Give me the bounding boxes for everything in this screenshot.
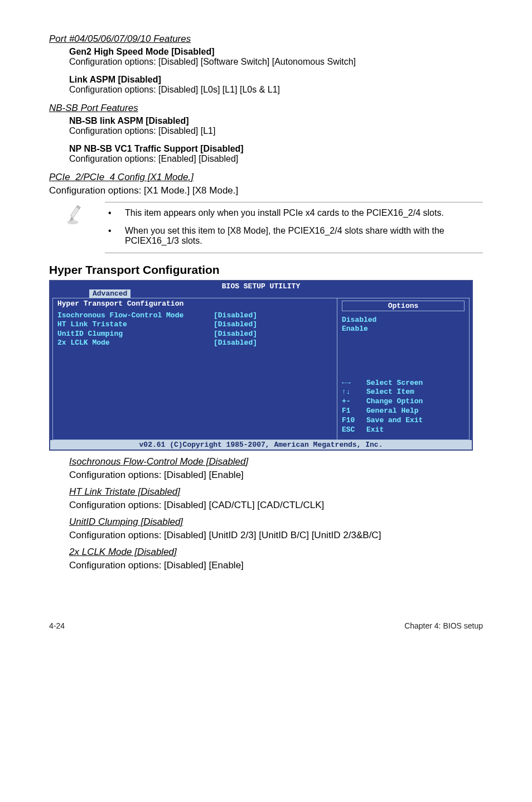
bios-row-value: [Disabled]: [214, 339, 257, 347]
key-icon: ←→: [342, 379, 366, 388]
note-bullet-2: • When you set this item to [X8 Mode], t…: [105, 226, 483, 246]
ht-link-heading: HT Link Tristate [Disabled]: [69, 486, 483, 497]
np-nbsb-block: NP NB-SB VC1 Traffic Support [Disabled] …: [69, 144, 483, 164]
note-bullet-1: • This item appears only when you instal…: [105, 208, 483, 218]
key-text: Change Option: [366, 397, 423, 407]
bios-body: Hyper Transport Configuration Isochronou…: [52, 298, 470, 440]
link-aspm-block: Link ASPM [Disabled] Configuration optio…: [69, 75, 483, 95]
bios-tab-advanced[interactable]: Advanced: [89, 289, 130, 298]
bios-panel: BIOS SETUP UTILITY Advanced Hyper Transp…: [49, 280, 473, 451]
chapter-label: Chapter 4: BIOS setup: [404, 621, 483, 630]
nbsb-link-block: NB-SB link ASPM [Disabled] Configuration…: [69, 116, 483, 136]
np-nbsb-options: Configuration options: [Enabled] [Disabl…: [69, 154, 483, 164]
bios-row-label: UnitID Clumping: [57, 330, 214, 339]
bios-row-value: [Disabled]: [214, 330, 257, 339]
bios-panel-heading: Hyper Transport Configuration: [57, 299, 332, 308]
page-content: Port #04/05/06/07/09/10 Features Gen2 Hi…: [0, 0, 532, 599]
note-block: • This item appears only when you instal…: [49, 202, 483, 253]
bios-row-label: 2x LCLK Mode: [57, 339, 214, 347]
lclk-heading: 2x LCLK Mode [Disabled]: [69, 547, 483, 558]
key-row: F10Save and Exit: [342, 416, 465, 426]
bios-row[interactable]: UnitID Clumping [Disabled]: [57, 330, 332, 339]
np-nbsb-title: NP NB-SB VC1 Traffic Support [Disabled]: [69, 144, 483, 154]
key-row: +-Change Option: [342, 397, 465, 407]
nbsb-link-title: NB-SB link ASPM [Disabled]: [69, 116, 483, 126]
ht-link-options: Configuration options: [Disabled] [CAD/C…: [69, 500, 483, 511]
page-number: 4-24: [49, 621, 65, 630]
key-text: Exit: [366, 426, 384, 435]
options-list: Disabled Enable: [342, 316, 465, 334]
note-icon-col: [49, 202, 105, 226]
gen2-block: Gen2 High Speed Mode [Disabled] Configur…: [69, 47, 483, 67]
key-row: F1General Help: [342, 407, 465, 416]
key-icon: +-: [342, 397, 366, 407]
bios-row-label: HT Link Tristate: [57, 320, 214, 329]
key-row: ↑↓Select Item: [342, 388, 465, 397]
hyper-transport-heading: Hyper Transport Configuration: [49, 263, 483, 277]
iso-flow-heading: Isochronous Flow-Control Mode [Disabled]: [69, 456, 483, 467]
pcie-config-heading: PCIe_2/PCIe_4 Config [X1 Mode.]: [49, 172, 483, 183]
bios-row[interactable]: 2x LCLK Mode [Disabled]: [57, 339, 332, 347]
bios-row-label: Isochronous Flow-Control Mode: [57, 311, 214, 320]
pcie-config-options: Configuration options: [X1 Mode.] [X8 Mo…: [49, 185, 483, 196]
unitid-options: Configuration options: [Disabled] [UnitI…: [69, 530, 483, 541]
bios-right-pane: Options Disabled Enable ←→Select Screen …: [337, 298, 469, 439]
gen2-title: Gen2 High Speed Mode [Disabled]: [69, 47, 483, 57]
bullet-icon: •: [105, 208, 125, 218]
after-bios-block: Isochronous Flow-Control Mode [Disabled]…: [69, 456, 483, 571]
bios-left-pane: Hyper Transport Configuration Isochronou…: [53, 298, 337, 439]
unitid-heading: UnitID Clumping [Disabled]: [69, 516, 483, 528]
bios-row-value: [Disabled]: [214, 320, 257, 329]
note-text-1: This item appears only when you install …: [125, 208, 444, 218]
options-heading: Options: [342, 301, 465, 311]
link-aspm-options: Configuration options: [Disabled] [L0s] …: [69, 85, 483, 95]
bios-tab-row: Advanced: [50, 289, 472, 298]
key-text: Select Item: [366, 388, 414, 397]
nbsb-features-heading: NB-SB Port Features: [49, 103, 483, 114]
key-icon: ↑↓: [342, 388, 366, 397]
key-icon: F1: [342, 407, 366, 416]
key-icon: F10: [342, 416, 366, 426]
bios-footer: v02.61 (C)Copyright 1985-2007, American …: [50, 440, 472, 450]
note-text-2: When you set this item to [X8 Mode], the…: [125, 226, 483, 246]
bios-row[interactable]: Isochronous Flow-Control Mode [Disabled]: [57, 311, 332, 320]
bullet-icon: •: [105, 226, 125, 246]
gen2-options: Configuration options: [Disabled] [Softw…: [69, 57, 483, 67]
key-text: General Help: [366, 407, 419, 416]
lclk-options: Configuration options: [Disabled] [Enabl…: [69, 560, 483, 571]
page-footer: 4-24 Chapter 4: BIOS setup: [0, 599, 532, 647]
option-item[interactable]: Enable: [342, 325, 465, 334]
bios-row[interactable]: HT Link Tristate [Disabled]: [57, 320, 332, 329]
iso-flow-options: Configuration options: [Disabled] [Enabl…: [69, 470, 483, 481]
key-text: Select Screen: [366, 379, 423, 388]
nbsb-link-options: Configuration options: [Disabled] [L1]: [69, 126, 483, 136]
note-body: • This item appears only when you instal…: [105, 202, 483, 253]
key-icon: ESC: [342, 426, 366, 435]
port-features-heading: Port #04/05/06/07/09/10 Features: [49, 33, 483, 45]
key-help: ←→Select Screen ↑↓Select Item +-Change O…: [342, 379, 465, 435]
option-item[interactable]: Disabled: [342, 316, 465, 325]
link-aspm-title: Link ASPM [Disabled]: [69, 75, 483, 85]
key-text: Save and Exit: [366, 416, 423, 426]
pencil-icon: [66, 204, 88, 226]
svg-point-0: [67, 220, 79, 225]
key-row: ESCExit: [342, 426, 465, 435]
bios-row-value: [Disabled]: [214, 311, 257, 320]
key-row: ←→Select Screen: [342, 379, 465, 388]
